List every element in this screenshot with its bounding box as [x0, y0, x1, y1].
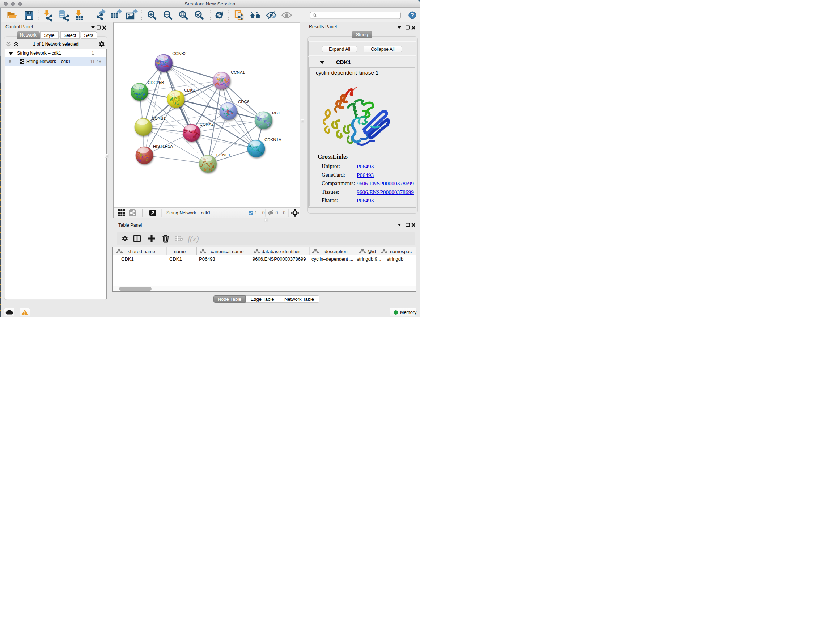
svg-text:f(x): f(x): [188, 234, 199, 243]
svg-text:1 – 0: 1 – 0: [255, 211, 265, 215]
svg-text:CDC6: CDC6: [238, 100, 249, 104]
svg-text:CCNB1: CCNB1: [152, 116, 166, 120]
svg-text:shared name: shared name: [128, 249, 155, 254]
svg-text:canonical name: canonical name: [210, 249, 243, 254]
svg-text:CCNE1: CCNE1: [216, 153, 231, 157]
svg-text:CCNA2: CCNA2: [200, 122, 214, 126]
svg-text:CCNB2: CCNB2: [172, 51, 186, 56]
svg-text:CDK1: CDK1: [184, 88, 195, 92]
svg-text:name: name: [174, 249, 186, 254]
svg-text:database identifier: database identifier: [262, 249, 300, 254]
svg-text:HIST1H1A: HIST1H1A: [153, 144, 173, 149]
svg-text:@id: @id: [367, 249, 376, 254]
svg-text:namespac: namespac: [390, 249, 412, 254]
svg-text:RB1: RB1: [272, 111, 280, 115]
svg-text:0 – 0: 0 – 0: [276, 211, 286, 215]
svg-text:description: description: [325, 249, 347, 254]
svg-text:CDKN1A: CDKN1A: [264, 138, 281, 142]
svg-text:CDC25B: CDC25B: [148, 80, 164, 85]
svg-text:?: ?: [411, 12, 414, 19]
svg-text:CCNA1: CCNA1: [231, 70, 245, 74]
